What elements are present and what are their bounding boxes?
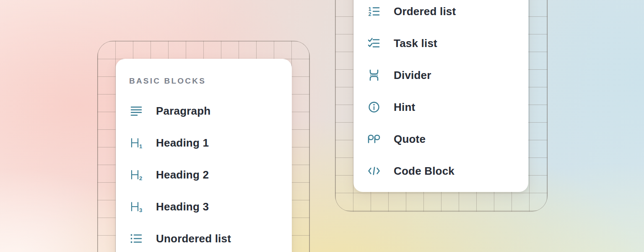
- menu-item-label: Unordered list: [156, 232, 231, 245]
- svg-text:3: 3: [139, 207, 142, 213]
- hint-icon: [367, 100, 381, 114]
- quote-icon: [367, 132, 381, 146]
- basic-blocks-menu-card: BASIC BLOCKS Paragraph1Heading 12Heading…: [116, 59, 292, 252]
- heading-3-icon: 3: [129, 200, 143, 214]
- svg-text:2: 2: [369, 11, 371, 17]
- menu-item-label: Code Block: [394, 165, 454, 177]
- menu-item-label: Heading 2: [156, 168, 209, 181]
- menu-card-right: 12Ordered listTask listDividerHintQuoteC…: [353, 0, 528, 192]
- right-menu-items: 12Ordered listTask listDividerHintQuoteC…: [367, 0, 516, 187]
- code-block-icon: [367, 164, 381, 178]
- menu-item-heading-2[interactable]: 2Heading 2: [129, 159, 279, 191]
- menu-item-label: Paragraph: [156, 105, 210, 117]
- menu-item-task-list[interactable]: Task list: [367, 27, 516, 59]
- divider-icon: [367, 68, 381, 82]
- svg-text:1: 1: [139, 143, 142, 150]
- menu-item-label: Heading 1: [156, 136, 209, 149]
- gradient-background: BASIC BLOCKS Paragraph1Heading 12Heading…: [0, 0, 644, 252]
- menu-item-label: Divider: [394, 69, 431, 81]
- menu-item-heading-3[interactable]: 3Heading 3: [129, 191, 279, 223]
- menu-item-ordered-list[interactable]: 12Ordered list: [367, 0, 516, 27]
- menu-item-divider[interactable]: Divider: [367, 59, 516, 91]
- menu-item-label: Ordered list: [394, 5, 456, 18]
- heading-2-icon: 2: [129, 168, 143, 182]
- heading-1-icon: 1: [129, 136, 143, 150]
- menu-item-paragraph[interactable]: Paragraph: [129, 95, 279, 127]
- menu-item-label: Heading 3: [156, 200, 209, 213]
- svg-text:2: 2: [139, 175, 142, 181]
- basic-blocks-menu-items: Paragraph1Heading 12Heading 23Heading 3U…: [129, 95, 279, 252]
- section-label-basic-blocks: BASIC BLOCKS: [129, 76, 279, 86]
- menu-item-label: Task list: [394, 37, 437, 50]
- menu-item-label: Hint: [394, 101, 415, 113]
- paragraph-icon: [129, 104, 143, 118]
- task-list-icon: [367, 36, 381, 50]
- menu-item-hint[interactable]: Hint: [367, 91, 516, 123]
- menu-item-quote[interactable]: Quote: [367, 123, 516, 155]
- menu-item-heading-1[interactable]: 1Heading 1: [129, 127, 279, 159]
- menu-item-code-block[interactable]: Code Block: [367, 155, 516, 187]
- unordered-list-icon: [129, 231, 143, 246]
- ordered-list-icon: 12: [367, 4, 381, 18]
- menu-item-unordered-list[interactable]: Unordered list: [129, 223, 279, 252]
- menu-item-label: Quote: [394, 133, 426, 145]
